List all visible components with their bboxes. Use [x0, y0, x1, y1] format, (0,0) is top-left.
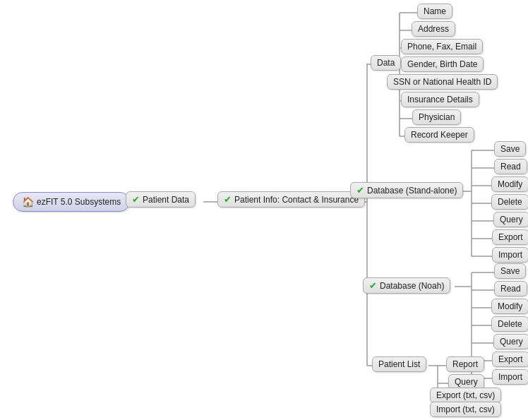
- data-child-address: Address: [412, 21, 455, 37]
- noah-modify: Modify: [491, 299, 528, 314]
- noah-save: Save: [494, 263, 526, 279]
- noah-import: Import: [492, 369, 528, 385]
- patient-info-node: ✔ Patient Info: Contact & Insurance: [217, 191, 365, 208]
- db-standalone-node: ✔ Database (Stand-alone): [350, 182, 463, 198]
- noah-delete: Delete: [491, 316, 528, 332]
- pl-report: Report: [446, 356, 484, 372]
- patient-list-node: Patient List: [372, 356, 426, 372]
- data-child-name: Name: [417, 4, 452, 19]
- data-child-insurance: Insurance Details: [401, 92, 479, 107]
- data-label: Data: [377, 58, 395, 68]
- data-child-ssn: SSN or National Health ID: [387, 74, 498, 90]
- db-noah-label: Database (Noah): [380, 281, 444, 291]
- patient-data-label: Patient Data: [143, 195, 189, 205]
- patient-info-label: Patient Info: Contact & Insurance: [234, 195, 359, 205]
- root-label: ezFIT 5.0 Subsystems: [37, 197, 121, 207]
- noah-read: Read: [494, 281, 527, 296]
- data-child-record: Record Keeper: [404, 127, 474, 143]
- db-noah-node: ✔ Database (Noah): [363, 277, 450, 294]
- check-icon-3: ✔: [356, 185, 364, 196]
- data-node: Data: [371, 55, 401, 71]
- noah-export: Export: [492, 352, 528, 367]
- sa-export: Export: [492, 229, 528, 245]
- sa-read: Read: [494, 159, 527, 174]
- patient-list-label: Patient List: [378, 359, 420, 369]
- sa-save: Save: [494, 141, 526, 157]
- home-icon: 🏠: [22, 196, 34, 208]
- db-standalone-label: Database (Stand-alone): [367, 186, 457, 196]
- pl-import: Import (txt, csv): [430, 402, 501, 417]
- data-child-gender: Gender, Birth Date: [401, 56, 484, 72]
- pl-export: Export (txt, csv): [430, 388, 501, 403]
- root-node: 🏠 ezFIT 5.0 Subsystems: [13, 192, 130, 212]
- noah-query: Query: [493, 334, 528, 349]
- check-icon-2: ✔: [224, 194, 232, 205]
- sa-import: Import: [492, 247, 528, 263]
- check-icon: ✔: [132, 194, 140, 205]
- patient-data-node: ✔ Patient Data: [126, 191, 196, 208]
- sa-modify: Modify: [491, 176, 528, 192]
- data-child-physician: Physician: [412, 109, 461, 125]
- sa-delete: Delete: [491, 194, 528, 210]
- check-icon-4: ✔: [369, 280, 377, 291]
- sa-query: Query: [493, 212, 528, 227]
- data-child-phone: Phone, Fax, Email: [401, 39, 483, 54]
